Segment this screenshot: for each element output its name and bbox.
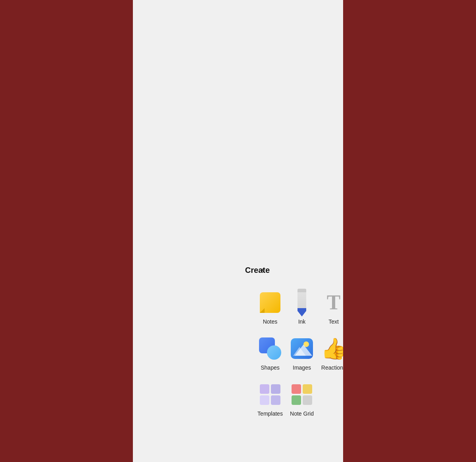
reactions-label: Reactions: [321, 364, 343, 371]
reactions-icon-wrapper: 👍: [321, 336, 343, 361]
phone-container: ⋮ Circles Diagrams VennDiagrams ?: [133, 0, 343, 462]
notes-icon-wrapper: [257, 290, 283, 315]
menu-item-shapes[interactable]: Shapes: [254, 330, 286, 376]
pen-grip: [298, 308, 306, 311]
reactions-icon: 👍: [321, 338, 344, 359]
tmpl-cell-4: [271, 395, 280, 405]
bg-right: [329, 0, 476, 462]
notegrid-icon: [292, 384, 312, 405]
notegrid-label: Note Grid: [290, 410, 314, 417]
tmpl-cell-3: [260, 395, 269, 405]
shape-circle: [267, 345, 281, 360]
sheet-title: Create: [245, 266, 270, 275]
bg-left: [0, 0, 115, 462]
menu-item-ink[interactable]: Ink: [286, 284, 318, 330]
templates-icon: [260, 384, 280, 405]
tmpl-cell-1: [260, 384, 269, 394]
pen-tip: [298, 311, 306, 316]
images-icon: [291, 338, 313, 359]
ink-icon-wrapper: [289, 290, 315, 315]
img-mountain-large: [295, 345, 312, 356]
menu-item-images[interactable]: Images: [286, 330, 318, 376]
pen-mid: [298, 292, 306, 308]
images-label: Images: [293, 364, 311, 371]
ng-cell-4: [303, 395, 312, 405]
create-grid: Notes Ink T Text: [248, 280, 261, 422]
shapes-icon: [259, 337, 281, 360]
notes-label: Notes: [263, 318, 278, 325]
menu-item-notegrid[interactable]: Note Grid: [286, 376, 318, 422]
templates-label: Templates: [257, 410, 283, 417]
pen-cap: [298, 289, 306, 292]
text-label: Text: [328, 318, 339, 325]
menu-item-text[interactable]: T Text: [318, 284, 343, 330]
ink-label: Ink: [298, 318, 306, 325]
images-icon-wrapper: [289, 336, 315, 361]
ng-cell-3: [292, 395, 301, 405]
ng-cell-1: [292, 384, 301, 394]
text-icon: T: [327, 292, 341, 313]
tmpl-cell-2: [271, 384, 280, 394]
templates-icon-wrapper: [257, 382, 283, 407]
shapes-icon-wrapper: [257, 336, 283, 361]
ng-cell-2: [303, 384, 312, 394]
menu-item-notes[interactable]: Notes: [254, 284, 286, 330]
menu-item-templates[interactable]: Templates: [254, 376, 286, 422]
notegrid-icon-wrapper: [289, 382, 315, 407]
text-icon-wrapper: T: [321, 290, 343, 315]
shapes-label: Shapes: [261, 364, 279, 371]
menu-item-reactions[interactable]: 👍 Reactions: [318, 330, 343, 376]
ink-icon: [296, 289, 307, 316]
notes-icon: [260, 292, 280, 313]
sheet-header: Create: [248, 256, 267, 280]
